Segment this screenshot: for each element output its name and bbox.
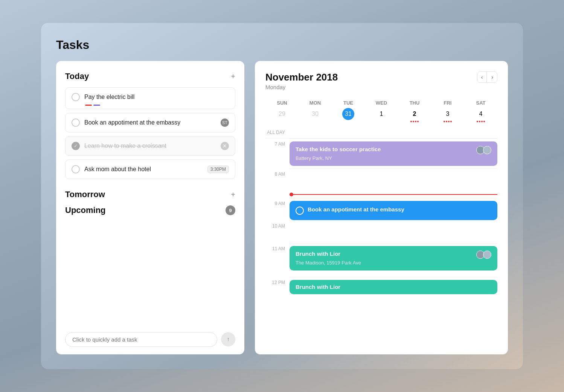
upcoming-section-title: Upcoming: [65, 205, 106, 215]
time-row-11am: 11 AM Brunch with Lior The Madison, 1591…: [265, 243, 497, 277]
time-label-9am: 9 AM: [265, 201, 285, 206]
cal-header-thu: THU: [398, 98, 431, 108]
calendar-next-button[interactable]: ›: [488, 72, 497, 82]
dot: [481, 121, 483, 122]
current-time-dot: [290, 193, 293, 196]
calendar-nav: ‹ ›: [477, 71, 497, 83]
all-day-row: ALL DAY: [265, 128, 497, 138]
event-avatars: [476, 146, 491, 154]
dot: [450, 121, 452, 122]
cal-day-29[interactable]: 29: [265, 108, 299, 122]
event-book-appointment[interactable]: Book an appotiment at the embassy: [290, 201, 497, 220]
current-time-line: [293, 194, 497, 195]
avatar: [483, 146, 491, 154]
event-brunch-lior-cont[interactable]: Brunch with Lior: [290, 280, 497, 294]
close-task-button[interactable]: ✕: [221, 142, 229, 150]
upload-icon: ↑: [227, 336, 230, 343]
time-label-10am: 10 AM: [265, 223, 285, 229]
time-row-9am: 9 AM Book an appotiment at the embassy: [265, 198, 497, 220]
task-item[interactable]: Book an appotiment at the embassy ST: [65, 113, 235, 132]
cal-header-sun: SUN: [265, 98, 299, 108]
cal-day-1[interactable]: 1: [365, 108, 398, 122]
time-row-line: [290, 220, 497, 221]
time-row-line: [290, 277, 497, 277]
time-row-12pm: 12 PM Brunch with Lior: [265, 277, 497, 299]
dot: [446, 121, 447, 122]
dot: [413, 121, 414, 122]
dot: [410, 121, 412, 122]
event-take-kids[interactable]: Take the kids to soccer practice Battery…: [290, 141, 497, 166]
dot: [479, 121, 480, 122]
app-title: Tasks: [56, 38, 508, 52]
event-brunch-lior[interactable]: Brunch with Lior The Madison, 15919 Park…: [290, 246, 497, 270]
task-checkbox-done[interactable]: [72, 142, 80, 150]
event-location: The Madison, 15919 Park Ave: [296, 260, 361, 266]
cal-header-wed: WED: [365, 98, 398, 108]
task-checkbox[interactable]: [72, 119, 80, 127]
time-label-7am: 7 AM: [265, 141, 285, 147]
tomorrow-section-title: Tomorrow: [65, 190, 105, 199]
time-label-12pm: 12 PM: [265, 280, 285, 285]
task-item[interactable]: Ask mom about the hotel 3:30PM: [65, 160, 235, 179]
panels: Today + Pay the electric bill: [56, 61, 508, 354]
task-checkbox[interactable]: [72, 165, 80, 173]
event-title: Take the kids to soccer practice: [296, 146, 381, 152]
left-panel: Today + Pay the electric bill: [56, 61, 244, 354]
dot: [448, 121, 450, 122]
task-item[interactable]: Pay the electric bill: [65, 87, 235, 109]
cal-day-30[interactable]: 30: [299, 108, 332, 122]
cal-header-sat: SAT: [464, 98, 497, 108]
cal-day-dots-4: [477, 121, 485, 122]
calendar-day-of-week: Monday: [265, 84, 338, 90]
app-container: Tasks Today + Pay the electric bill: [41, 23, 523, 369]
time-row-line: [290, 198, 497, 198]
cal-day-num-4: 4: [475, 108, 487, 120]
cal-day-dots-3: [444, 121, 452, 122]
cal-day-2[interactable]: 2: [398, 108, 431, 122]
cal-day-num-29: 29: [276, 108, 288, 120]
today-section-title: Today: [65, 71, 89, 81]
cal-header-mon: MON: [299, 98, 332, 108]
event-header: Take the kids to soccer practice: [296, 146, 491, 155]
cal-day-num-1: 1: [375, 108, 387, 120]
task-time-badge: 3:30PM: [207, 166, 229, 173]
quick-add-bar: ↑: [65, 326, 235, 347]
time-row-line: [290, 169, 497, 169]
right-panel: November 2018 Monday ‹ › SUN MON TUE WED…: [255, 61, 508, 354]
calendar-title-block: November 2018 Monday: [265, 71, 338, 90]
task-item[interactable]: Learn how to make a croissant ✕: [65, 136, 235, 156]
today-section-header: Today +: [65, 71, 235, 81]
event-avatars: [476, 251, 491, 259]
current-time-indicator: [265, 193, 497, 196]
priority-dot-purple: [93, 105, 100, 106]
calendar-prev-button[interactable]: ‹: [477, 72, 487, 82]
tomorrow-add-button[interactable]: +: [231, 191, 235, 198]
calendar-grid: SUN MON TUE WED THU FRI SAT 29 30: [265, 98, 497, 122]
quick-add-input[interactable]: [65, 332, 217, 347]
event-circle-icon: [296, 207, 304, 215]
task-checkbox[interactable]: [72, 93, 80, 101]
upcoming-section-header: Upcoming 9: [65, 205, 235, 215]
today-add-button[interactable]: +: [231, 73, 235, 80]
event-title: Book an appotiment at the embassy: [308, 206, 404, 213]
time-row-8am: 8 AM: [265, 169, 497, 191]
cal-day-4[interactable]: 4: [464, 108, 497, 122]
cal-day-31[interactable]: 31: [332, 108, 365, 122]
event-title: Brunch with Lior: [296, 251, 340, 257]
cal-day-num-3: 3: [442, 108, 454, 120]
dot: [417, 121, 419, 122]
priority-dot-red: [85, 105, 92, 106]
time-row-7am: 7 AM Take the kids to soccer practice Ba…: [265, 138, 497, 169]
tomorrow-section-header: Tomorrow +: [65, 190, 235, 199]
task-text-completed: Learn how to make a croissant: [84, 143, 216, 149]
today-task-list: Pay the electric bill Book an appotiment…: [65, 87, 235, 179]
timeline: ALL DAY 7 AM Take the kids to soccer pra…: [265, 128, 497, 347]
event-location: Battery Park, NY: [296, 155, 332, 161]
cal-day-3[interactable]: 3: [431, 108, 464, 122]
calendar-header: November 2018 Monday ‹ ›: [265, 71, 497, 90]
task-priority-bar: [85, 105, 100, 106]
dot: [483, 121, 485, 122]
dot: [477, 121, 478, 122]
time-row-line: [290, 138, 497, 139]
quick-add-submit-button[interactable]: ↑: [221, 332, 235, 346]
